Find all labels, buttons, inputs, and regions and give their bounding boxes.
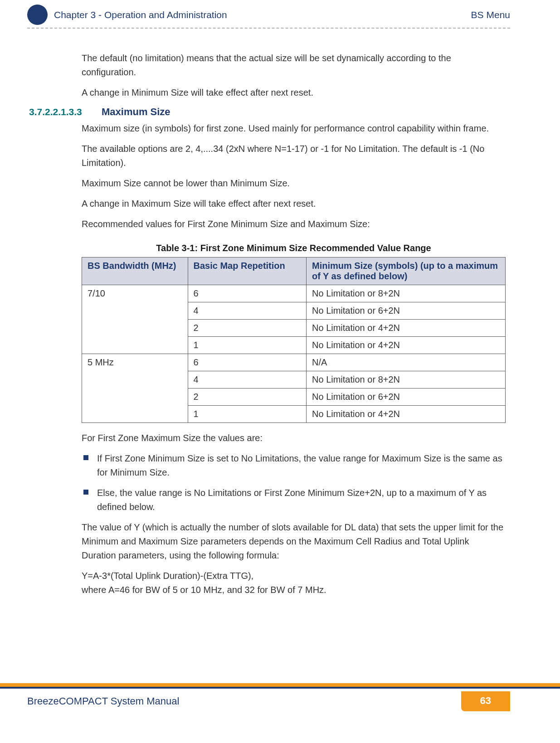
chapter-title: Chapter 3 - Operation and Administration [54,10,227,20]
intro-paragraph-2: A change in Minimum Size will take effec… [82,86,506,100]
page-header: Chapter 3 - Operation and Administration… [27,5,510,29]
cell-bw-7-10: 7/10 [82,285,188,354]
cell-rep: 2 [188,320,307,337]
section-paragraph-2: The available options are 2, 4,....34 (2… [82,142,506,170]
table-row: 7/10 6 No Limitation or 8+2N [82,285,506,302]
formula-line-2: where A=46 for BW of 5 or 10 MHz, and 32… [82,585,326,595]
cell-min: No Limitation or 4+2N [307,320,506,337]
cell-min: No Limitation or 8+2N [307,285,506,302]
cell-rep: 6 [188,285,307,302]
cell-min: No Limitation or 4+2N [307,337,506,354]
section-heading-row: 3.7.2.2.1.3.3 Maximum Size [27,106,506,118]
cell-rep: 2 [188,388,307,406]
recommended-values-table: BS Bandwidth (MHz) Basic Map Repetition … [82,257,506,423]
cell-min: N/A [307,354,506,371]
table-row: 5 MHz 6 N/A [82,354,506,371]
cell-min: No Limitation or 4+2N [307,406,506,423]
section-paragraph-4: A change in Maximum Size will take effec… [82,197,506,211]
section-paragraph-3: Maximum Size cannot be lower than Minimu… [82,176,506,190]
section-title: Maximum Size [102,106,170,118]
after-paragraph-2: The value of Y (which is actually the nu… [82,520,506,563]
page-number-badge: 63 [461,691,510,711]
footer-orange-bar [0,683,560,687]
menu-title: BS Menu [471,10,510,20]
list-item: If First Zone Minimum Size is set to No … [82,452,506,480]
table-header-min: Minimum Size (symbols) (up to a maximum … [307,257,506,285]
after-paragraph-1: For First Zone Maximum Size the values a… [82,431,506,445]
section-number: 3.7.2.2.1.3.3 [27,107,102,117]
cell-bw-5mhz: 5 MHz [82,354,188,423]
footer-title: BreezeCOMPACT System Manual [27,695,179,707]
cell-min: No Limitation or 6+2N [307,302,506,320]
section-paragraph-1: Maximum size (in symbols) for first zone… [82,121,506,136]
cell-rep: 4 [188,302,307,320]
chapter-dot-icon [27,5,48,25]
cell-rep: 1 [188,406,307,423]
cell-min: No Limitation or 8+2N [307,371,506,388]
cell-rep: 1 [188,337,307,354]
table-header-rep: Basic Map Repetition [188,257,307,285]
intro-paragraph-1: The default (no limitation) means that t… [82,51,506,79]
after-paragraph-3: Y=A-3*(Total Uplink Duration)-(Extra TTG… [82,569,506,597]
table-header-bw: BS Bandwidth (MHz) [82,257,188,285]
cell-rep: 6 [188,354,307,371]
page-footer: BreezeCOMPACT System Manual 63 [0,683,560,711]
formula-line-1: Y=A-3*(Total Uplink Duration)-(Extra TTG… [82,571,253,581]
list-item: Else, the value range is No Limitations … [82,486,506,514]
table-caption: Table 3-1: First Zone Minimum Size Recom… [82,243,506,253]
bullet-list: If First Zone Minimum Size is set to No … [82,452,506,514]
table-header-row: BS Bandwidth (MHz) Basic Map Repetition … [82,257,506,285]
section-paragraph-5: Recommended values for First Zone Minimu… [82,217,506,231]
cell-min: No Limitation or 6+2N [307,388,506,406]
cell-rep: 4 [188,371,307,388]
